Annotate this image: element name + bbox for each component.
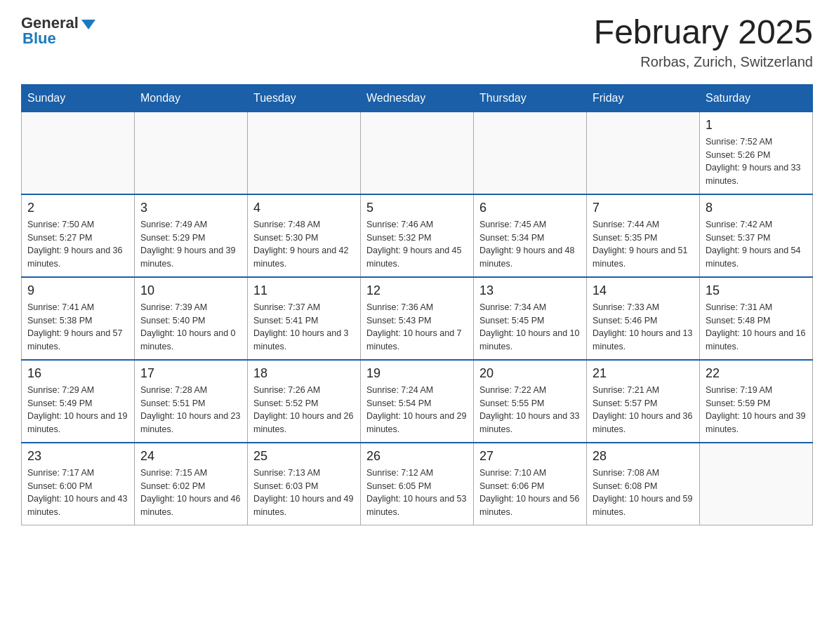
logo-arrow-icon	[81, 20, 95, 29]
day-number: 23	[27, 449, 128, 464]
calendar-week-row: 16Sunrise: 7:29 AMSunset: 5:49 PMDayligh…	[22, 360, 813, 443]
table-row: 5Sunrise: 7:46 AMSunset: 5:32 PMDaylight…	[361, 194, 474, 277]
day-info: Sunrise: 7:45 AMSunset: 5:34 PMDaylight:…	[479, 218, 581, 271]
table-row: 24Sunrise: 7:15 AMSunset: 6:02 PMDayligh…	[135, 443, 248, 525]
table-row: 10Sunrise: 7:39 AMSunset: 5:40 PMDayligh…	[135, 277, 248, 360]
day-info: Sunrise: 7:17 AMSunset: 6:00 PMDaylight:…	[27, 467, 128, 519]
header-friday: Friday	[587, 84, 700, 112]
header-monday: Monday	[135, 84, 248, 112]
day-info: Sunrise: 7:24 AMSunset: 5:54 PMDaylight:…	[366, 384, 468, 436]
table-row: 1Sunrise: 7:52 AMSunset: 5:26 PMDaylight…	[700, 112, 813, 194]
day-number: 1	[706, 118, 807, 133]
day-info: Sunrise: 7:26 AMSunset: 5:52 PMDaylight:…	[253, 384, 355, 436]
calendar-header-row: Sunday Monday Tuesday Wednesday Thursday…	[22, 84, 813, 112]
day-number: 25	[253, 449, 355, 464]
day-number: 22	[706, 366, 807, 381]
day-number: 27	[479, 449, 581, 464]
table-row: 20Sunrise: 7:22 AMSunset: 5:55 PMDayligh…	[474, 360, 587, 443]
month-title: February 2025	[594, 14, 813, 51]
day-info: Sunrise: 7:44 AMSunset: 5:35 PMDaylight:…	[593, 218, 694, 271]
day-info: Sunrise: 7:10 AMSunset: 6:06 PMDaylight:…	[479, 467, 581, 519]
table-row: 22Sunrise: 7:19 AMSunset: 5:59 PMDayligh…	[700, 360, 813, 443]
table-row: 18Sunrise: 7:26 AMSunset: 5:52 PMDayligh…	[248, 360, 361, 443]
day-info: Sunrise: 7:42 AMSunset: 5:37 PMDaylight:…	[706, 218, 807, 271]
day-info: Sunrise: 7:12 AMSunset: 6:05 PMDaylight:…	[366, 467, 468, 519]
day-info: Sunrise: 7:37 AMSunset: 5:41 PMDaylight:…	[253, 301, 355, 354]
day-info: Sunrise: 7:50 AMSunset: 5:27 PMDaylight:…	[27, 218, 128, 271]
day-info: Sunrise: 7:52 AMSunset: 5:26 PMDaylight:…	[706, 135, 807, 188]
table-row	[474, 112, 587, 194]
day-info: Sunrise: 7:19 AMSunset: 5:59 PMDaylight:…	[706, 384, 807, 436]
day-info: Sunrise: 7:13 AMSunset: 6:03 PMDaylight:…	[253, 467, 355, 519]
day-info: Sunrise: 7:15 AMSunset: 6:02 PMDaylight:…	[140, 467, 241, 519]
day-info: Sunrise: 7:31 AMSunset: 5:48 PMDaylight:…	[706, 301, 807, 354]
day-number: 5	[366, 201, 468, 215]
day-info: Sunrise: 7:39 AMSunset: 5:40 PMDaylight:…	[140, 301, 241, 354]
table-row: 25Sunrise: 7:13 AMSunset: 6:03 PMDayligh…	[248, 443, 361, 525]
logo-blue-text: Blue	[22, 29, 56, 48]
table-row: 21Sunrise: 7:21 AMSunset: 5:57 PMDayligh…	[587, 360, 700, 443]
day-number: 14	[593, 283, 694, 298]
calendar-week-row: 1Sunrise: 7:52 AMSunset: 5:26 PMDaylight…	[22, 112, 813, 194]
calendar-week-row: 23Sunrise: 7:17 AMSunset: 6:00 PMDayligh…	[22, 443, 813, 525]
day-number: 13	[479, 283, 581, 298]
day-number: 12	[366, 283, 468, 298]
day-number: 24	[140, 449, 241, 464]
day-info: Sunrise: 7:36 AMSunset: 5:43 PMDaylight:…	[366, 301, 468, 354]
table-row: 11Sunrise: 7:37 AMSunset: 5:41 PMDayligh…	[248, 277, 361, 360]
day-number: 4	[253, 201, 355, 215]
header-saturday: Saturday	[700, 84, 813, 112]
location-text: Rorbas, Zurich, Switzerland	[594, 54, 813, 70]
table-row: 19Sunrise: 7:24 AMSunset: 5:54 PMDayligh…	[361, 360, 474, 443]
day-number: 8	[706, 201, 807, 215]
day-number: 3	[140, 201, 241, 215]
day-number: 19	[366, 366, 468, 381]
day-info: Sunrise: 7:29 AMSunset: 5:49 PMDaylight:…	[27, 384, 128, 436]
table-row: 13Sunrise: 7:34 AMSunset: 5:45 PMDayligh…	[474, 277, 587, 360]
table-row	[700, 443, 813, 525]
day-info: Sunrise: 7:22 AMSunset: 5:55 PMDaylight:…	[479, 384, 581, 436]
table-row: 15Sunrise: 7:31 AMSunset: 5:48 PMDayligh…	[700, 277, 813, 360]
table-row	[361, 112, 474, 194]
day-number: 16	[27, 366, 128, 381]
day-number: 10	[140, 283, 241, 298]
header-wednesday: Wednesday	[361, 84, 474, 112]
day-number: 28	[593, 449, 694, 464]
table-row: 8Sunrise: 7:42 AMSunset: 5:37 PMDaylight…	[700, 194, 813, 277]
table-row: 26Sunrise: 7:12 AMSunset: 6:05 PMDayligh…	[361, 443, 474, 525]
table-row	[248, 112, 361, 194]
logo: General Blue	[21, 14, 95, 48]
table-row: 14Sunrise: 7:33 AMSunset: 5:46 PMDayligh…	[587, 277, 700, 360]
day-number: 18	[253, 366, 355, 381]
day-number: 17	[140, 366, 241, 381]
table-row: 23Sunrise: 7:17 AMSunset: 6:00 PMDayligh…	[22, 443, 135, 525]
day-number: 7	[593, 201, 694, 215]
table-row: 7Sunrise: 7:44 AMSunset: 5:35 PMDaylight…	[587, 194, 700, 277]
day-info: Sunrise: 7:41 AMSunset: 5:38 PMDaylight:…	[27, 301, 128, 354]
day-number: 15	[706, 283, 807, 298]
header-thursday: Thursday	[474, 84, 587, 112]
day-info: Sunrise: 7:34 AMSunset: 5:45 PMDaylight:…	[479, 301, 581, 354]
day-number: 9	[27, 283, 128, 298]
table-row	[587, 112, 700, 194]
title-block: February 2025 Rorbas, Zurich, Switzerlan…	[594, 14, 813, 70]
day-number: 11	[253, 283, 355, 298]
day-number: 21	[593, 366, 694, 381]
table-row	[135, 112, 248, 194]
header-tuesday: Tuesday	[248, 84, 361, 112]
table-row: 3Sunrise: 7:49 AMSunset: 5:29 PMDaylight…	[135, 194, 248, 277]
calendar-week-row: 2Sunrise: 7:50 AMSunset: 5:27 PMDaylight…	[22, 194, 813, 277]
header-sunday: Sunday	[22, 84, 135, 112]
day-info: Sunrise: 7:48 AMSunset: 5:30 PMDaylight:…	[253, 218, 355, 271]
day-info: Sunrise: 7:28 AMSunset: 5:51 PMDaylight:…	[140, 384, 241, 436]
day-number: 2	[27, 201, 128, 215]
table-row: 6Sunrise: 7:45 AMSunset: 5:34 PMDaylight…	[474, 194, 587, 277]
day-info: Sunrise: 7:21 AMSunset: 5:57 PMDaylight:…	[593, 384, 694, 436]
table-row: 12Sunrise: 7:36 AMSunset: 5:43 PMDayligh…	[361, 277, 474, 360]
day-info: Sunrise: 7:08 AMSunset: 6:08 PMDaylight:…	[593, 467, 694, 519]
table-row: 16Sunrise: 7:29 AMSunset: 5:49 PMDayligh…	[22, 360, 135, 443]
page-header: General Blue February 2025 Rorbas, Zuric…	[21, 14, 813, 70]
table-row: 28Sunrise: 7:08 AMSunset: 6:08 PMDayligh…	[587, 443, 700, 525]
table-row: 17Sunrise: 7:28 AMSunset: 5:51 PMDayligh…	[135, 360, 248, 443]
day-number: 20	[479, 366, 581, 381]
